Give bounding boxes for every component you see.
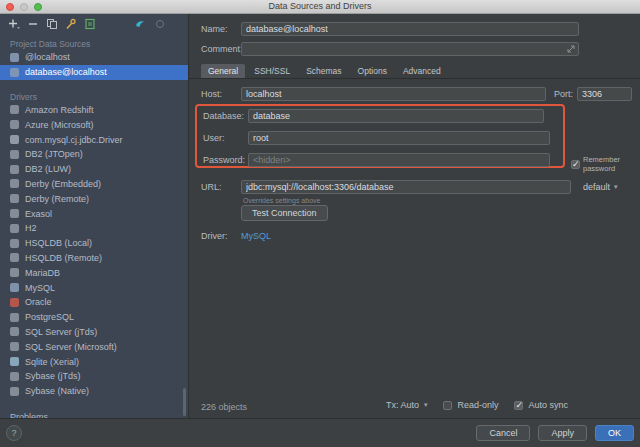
driver-label: Driver: <box>201 231 228 241</box>
sidebar-section-title-drivers: Drivers <box>10 92 188 102</box>
sidebar-item-label: database@localhost <box>25 67 107 77</box>
wrench-icon <box>65 18 77 30</box>
sidebar: Project Data Sources@localhostdatabase@l… <box>0 14 188 418</box>
sidebar-item-label: MariaDB <box>25 268 60 278</box>
db2-icon <box>10 165 19 174</box>
sidebar-item-azure-microsoft[interactable]: Azure (Microsoft) <box>0 117 188 132</box>
settings-icon <box>154 18 166 30</box>
sidebar-item-label: DB2 (JTOpen) <box>25 149 83 159</box>
sybase-icon <box>10 372 19 381</box>
apply-button[interactable]: Apply <box>538 425 587 441</box>
tab-general[interactable]: General <box>201 64 245 78</box>
read-only-label: Read-only <box>457 400 498 410</box>
test-connection-button[interactable]: Test Connection <box>241 205 328 221</box>
zoom-window-button[interactable] <box>34 3 42 11</box>
settings-button[interactable] <box>154 18 166 30</box>
read-only-checkbox[interactable] <box>443 401 452 410</box>
add-button[interactable] <box>8 18 20 30</box>
sidebar-item-label: Azure (Microsoft) <box>25 120 94 130</box>
sidebar-item-label: Derby (Embedded) <box>25 179 101 189</box>
sidebar-item-label: PostgreSQL <box>25 312 74 322</box>
name-label: Name: <box>201 24 228 34</box>
tx-dropdown[interactable]: Tx: Auto <box>386 400 419 410</box>
sidebar-item-sql-server-microsoft[interactable]: SQL Server (Microsoft) <box>0 339 188 354</box>
driver-file-icon <box>84 18 96 30</box>
sidebar-scrollbar[interactable] <box>183 388 186 416</box>
mysql-icon <box>10 283 19 292</box>
sidebar-item-mariadb[interactable]: MariaDB <box>0 265 188 280</box>
close-window-button[interactable] <box>6 3 14 11</box>
sidebar-item-label: SQL Server (jTds) <box>25 327 97 337</box>
url-preset-dropdown[interactable]: default ▾ <box>583 182 618 192</box>
sidebar-item-sql-server-jtds[interactable]: SQL Server (jTds) <box>0 325 188 340</box>
sidebar-item-db2-luw[interactable]: DB2 (LUW) <box>0 162 188 177</box>
name-field[interactable] <box>241 22 579 36</box>
sidebar-item-sybase-native[interactable]: Sybase (Native) <box>0 384 188 399</box>
chevron-down-icon: ▾ <box>424 401 428 409</box>
url-label: URL: <box>201 182 222 192</box>
tab-schemas[interactable]: Schemas <box>299 64 348 78</box>
sidebar-item-amazon-redshift[interactable]: Amazon Redshift <box>0 103 188 118</box>
remove-button[interactable] <box>27 18 39 30</box>
comment-field[interactable] <box>241 42 579 56</box>
sidebar-item-label: HSQLDB (Remote) <box>25 253 102 263</box>
sidebar-item-localhost[interactable]: @localhost <box>0 50 188 65</box>
help-button[interactable]: ? <box>6 425 22 441</box>
sidebar-item-label: @localhost <box>25 52 70 62</box>
sidebar-item-label: Derby (Remote) <box>25 194 89 204</box>
driver-link[interactable]: MySQL <box>241 231 271 241</box>
exasol-icon <box>10 209 19 218</box>
sidebar-item-hsqldb-remote[interactable]: HSQLDB (Remote) <box>0 251 188 266</box>
port-label: Port: <box>554 89 573 99</box>
sidebar-item-postgresql[interactable]: PostgreSQL <box>0 310 188 325</box>
tab-options[interactable]: Options <box>351 64 394 78</box>
url-field[interactable] <box>241 180 571 194</box>
auto-sync-checkbox[interactable] <box>514 401 523 410</box>
minimize-window-button[interactable] <box>20 3 28 11</box>
user-field[interactable] <box>248 131 550 145</box>
h2-icon <box>10 224 19 233</box>
tab-ssh-ssl[interactable]: SSH/SSL <box>247 64 297 78</box>
sidebar-item-database-localhost[interactable]: database@localhost <box>0 65 188 80</box>
db2-icon <box>10 150 19 159</box>
derby-icon <box>10 194 19 203</box>
status-options-row: Tx: Auto ▾ Read-only Auto sync <box>386 400 568 410</box>
oracle-icon <box>10 298 19 307</box>
sidebar-item-label: MySQL <box>25 283 55 293</box>
ok-button[interactable]: OK <box>595 425 634 441</box>
sidebar-item-exasol[interactable]: Exasol <box>0 206 188 221</box>
password-label: Password: <box>203 155 245 165</box>
sidebar-item-oracle[interactable]: Oracle <box>0 295 188 310</box>
tab-advanced[interactable]: Advanced <box>396 64 448 78</box>
sqlite-icon <box>10 357 19 366</box>
filter-button[interactable] <box>65 18 77 30</box>
database-field[interactable] <box>248 109 544 123</box>
sidebar-item-com-mysql-cj-jdbc-driver[interactable]: com.mysql.cj.jdbc.Driver <box>0 132 188 147</box>
comment-label: Comment: <box>201 44 243 54</box>
sidebar-item-derby-embedded[interactable]: Derby (Embedded) <box>0 177 188 192</box>
password-field[interactable] <box>248 153 550 167</box>
cancel-button[interactable]: Cancel <box>476 425 530 441</box>
remember-password-checkbox[interactable] <box>571 160 580 169</box>
sidebar-item-derby-remote[interactable]: Derby (Remote) <box>0 191 188 206</box>
sidebar-item-sybase-jtds[interactable]: Sybase (jTds) <box>0 369 188 384</box>
data-sources-dialog: Data Sources and Drivers <box>0 0 640 447</box>
window-title: Data Sources and Drivers <box>0 0 640 13</box>
sidebar-item-h2[interactable]: H2 <box>0 221 188 236</box>
chevron-down-icon: ▾ <box>614 183 618 191</box>
redshift-icon <box>10 105 19 114</box>
jdbc-driver-icon <box>10 135 19 144</box>
remember-password-label: Remember password <box>583 155 640 173</box>
sync-button[interactable] <box>134 18 146 30</box>
sidebar-item-hsqldb-local[interactable]: HSQLDB (Local) <box>0 236 188 251</box>
port-field[interactable] <box>577 87 632 101</box>
host-field[interactable] <box>241 87 546 101</box>
driver-button[interactable] <box>84 18 96 30</box>
sidebar-item-sqlite-xerial[interactable]: Sqlite (Xerial) <box>0 354 188 369</box>
url-preset-value: default <box>583 182 610 192</box>
connection-settings-panel: Name: Comment: GeneralSSH/SSLSchemasOpti… <box>188 14 640 418</box>
sidebar-item-mysql[interactable]: MySQL <box>0 280 188 295</box>
sidebar-item-label: Amazon Redshift <box>25 105 94 115</box>
duplicate-button[interactable] <box>46 18 58 30</box>
sidebar-item-db2-jtopen[interactable]: DB2 (JTOpen) <box>0 147 188 162</box>
